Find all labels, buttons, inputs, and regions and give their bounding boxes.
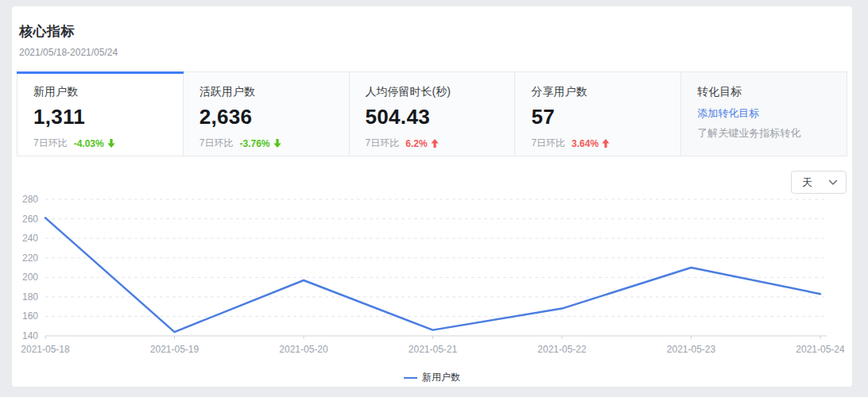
- metric-change: 6.2%: [405, 138, 427, 149]
- metric-change: 3.64%: [572, 138, 599, 149]
- metric-label: 人均停留时长(秒): [366, 85, 504, 99]
- svg-text:160: 160: [22, 310, 38, 322]
- metric-value: 504.43: [366, 105, 504, 129]
- svg-text:220: 220: [22, 252, 38, 264]
- compare-label: 7日环比: [366, 137, 400, 150]
- metric-change: -3.76%: [239, 138, 269, 149]
- compare-label: 7日环比: [531, 137, 565, 150]
- trend-up-icon: [602, 139, 610, 148]
- goal-title: 转化目标: [697, 85, 835, 99]
- svg-text:140: 140: [22, 330, 38, 341]
- add-conversion-goal-link[interactable]: 添加转化目标: [697, 106, 835, 121]
- compare-label: 7日环比: [200, 137, 234, 150]
- metric-label: 活跃用户数: [200, 85, 338, 99]
- metric-card-tabs: 新用户数 1,311 7日环比 -4.03% 活跃用户数 2,636 7日环比 …: [17, 71, 847, 156]
- metric-value: 1,311: [33, 105, 172, 129]
- svg-text:2021-05-19: 2021-05-19: [150, 344, 200, 355]
- metric-comparison: 7日环比 3.64%: [531, 137, 669, 150]
- svg-text:200: 200: [22, 272, 38, 283]
- trend-up-icon: [431, 139, 439, 148]
- legend-item-new-users[interactable]: 新用户数: [404, 371, 460, 384]
- chevron-down-icon: [828, 179, 838, 186]
- conversion-goal-card: 转化目标 添加转化目标 了解关键业务指标转化: [681, 72, 847, 156]
- metric-card-avg-stay-duration[interactable]: 人均停留时长(秒) 504.43 7日环比 6.2%: [350, 72, 516, 156]
- granularity-value: 天: [802, 175, 812, 190]
- svg-text:260: 260: [22, 214, 38, 225]
- svg-text:2021-05-20: 2021-05-20: [279, 344, 328, 355]
- goal-description: 了解关键业务指标转化: [697, 126, 835, 141]
- date-range: 2021/05/18-2021/05/24: [19, 47, 118, 58]
- metric-value: 2,636: [200, 105, 338, 129]
- svg-text:2021-05-21: 2021-05-21: [409, 344, 458, 355]
- metric-card-share-users[interactable]: 分享用户数 57 7日环比 3.64%: [515, 72, 681, 156]
- svg-text:280: 280: [22, 195, 38, 205]
- svg-text:2021-05-23: 2021-05-23: [667, 344, 716, 355]
- metric-value: 57: [531, 105, 669, 129]
- svg-text:180: 180: [22, 291, 38, 303]
- metric-comparison: 7日环比 6.2%: [366, 137, 504, 150]
- metric-comparison: 7日环比 -4.03%: [33, 137, 172, 150]
- dashboard: 核心指标 2021/05/18-2021/05/24 新用户数 1,311 7日…: [0, 0, 868, 397]
- trend-line-chart: 1401601802002202402602802021-05-182021-0…: [12, 195, 852, 363]
- page-title: 核心指标: [19, 22, 75, 40]
- svg-text:2021-05-22: 2021-05-22: [537, 344, 587, 355]
- metric-comparison: 7日环比 -3.76%: [200, 137, 338, 150]
- metric-card-active-users[interactable]: 活跃用户数 2,636 7日环比 -3.76%: [184, 72, 350, 156]
- chart-legend: 新用户数: [12, 371, 852, 384]
- svg-text:2021-05-18: 2021-05-18: [21, 344, 70, 355]
- svg-text:2021-05-24: 2021-05-24: [796, 344, 845, 355]
- metric-card-new-users[interactable]: 新用户数 1,311 7日环比 -4.03%: [17, 72, 184, 156]
- metric-change: -4.03%: [74, 138, 104, 149]
- metric-label: 新用户数: [33, 85, 172, 99]
- compare-label: 7日环比: [33, 137, 68, 150]
- trend-down-icon: [273, 139, 281, 148]
- trend-down-icon: [107, 139, 115, 148]
- legend-line-mark: [404, 377, 417, 379]
- metric-label: 分享用户数: [531, 85, 669, 99]
- granularity-select[interactable]: 天: [791, 171, 847, 194]
- core-metrics-panel: 核心指标 2021/05/18-2021/05/24 新用户数 1,311 7日…: [12, 6, 852, 387]
- legend-label: 新用户数: [422, 371, 460, 384]
- svg-text:240: 240: [22, 233, 38, 244]
